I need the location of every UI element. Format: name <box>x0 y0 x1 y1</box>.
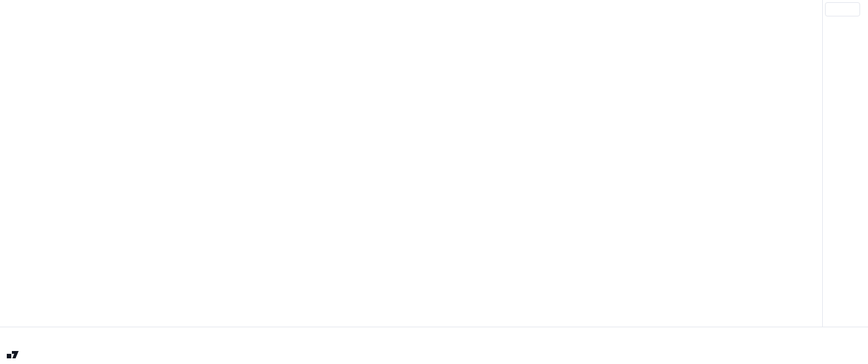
chart-legend <box>7 4 40 12</box>
tradingview-chart-window <box>0 0 868 364</box>
footer-bar <box>0 345 868 364</box>
tradingview-logo-icon[interactable] <box>7 351 19 359</box>
time-axis[interactable] <box>0 327 868 346</box>
price-axis[interactable] <box>822 0 868 327</box>
currency-toggle-button[interactable] <box>825 2 860 16</box>
ohlc-readout <box>12 4 40 12</box>
chart-canvas[interactable] <box>0 0 822 327</box>
